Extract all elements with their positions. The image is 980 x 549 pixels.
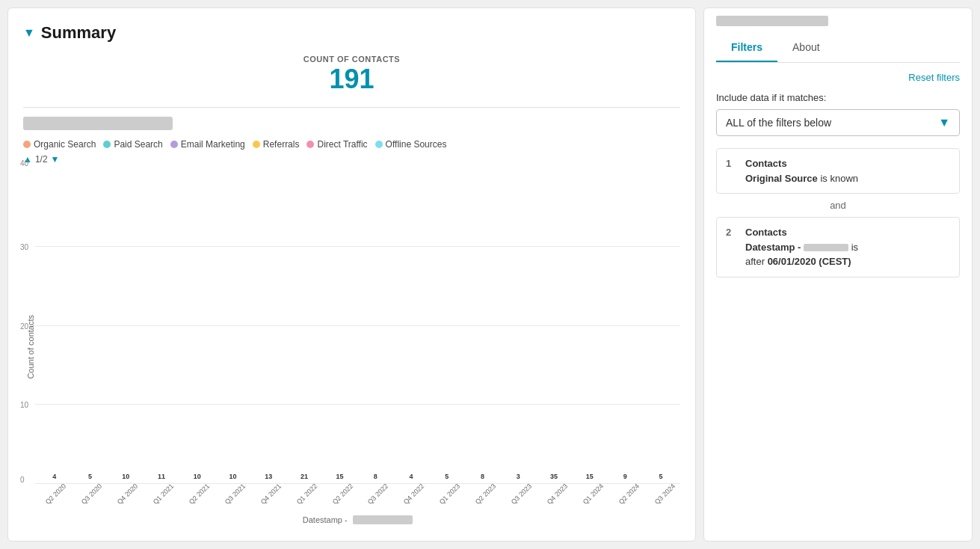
dropdown-arrow-icon: ▼ [938,116,950,129]
filter-type-value: ALL of the filters below [726,117,831,129]
page-container: ▼ Summary COUNT OF CONTACTS 191 Organic … [0,0,980,549]
next-page-icon[interactable]: ▼ [51,154,60,165]
blurred-chart-title [23,117,173,130]
legend-label: Offline Sources [386,139,447,150]
collapse-icon[interactable]: ▼ [23,26,35,40]
bar-total-label: 8 [481,473,484,480]
bar-total-label: 11 [158,473,165,480]
x-axis-title-text: Datestamp - [303,515,350,524]
bars-container: 451011101013211584583351595 [35,168,680,484]
bar-total-label: 15 [586,473,594,480]
legend-dot [103,141,111,148]
filter-row-1: 1 Contacts Original Source is known [716,148,960,194]
right-panel: Filters About Reset filters Include data… [703,7,973,542]
legend-label: Email Marketing [181,139,245,150]
x-axis-title-area: Datestamp - [35,512,680,526]
filter-2-detail: Datestamp - is after 06/01/2020 (CEST) [745,242,858,268]
divider [23,107,680,108]
chart-legend: Organic SearchPaid SearchEmail Marketing… [23,139,680,150]
count-value: 191 [23,64,680,95]
grid-label-30: 30 [20,242,28,251]
grid-label-40: 40 [20,159,28,168]
bar-total-label: 10 [229,473,236,480]
bars-area: 40 30 20 10 0 45101110101321158458335159… [35,168,680,484]
chart-container: Count of contacts 40 30 20 10 [23,168,680,526]
match-label: Include data if it matches: [716,92,960,103]
page-indicator: 1/2 [35,154,48,165]
count-label: COUNT OF CONTACTS [23,55,680,64]
filter-1-detail: Original Source is known [745,173,858,184]
filter-text-2: Contacts Datestamp - is after 06/01/2020… [745,225,858,269]
legend-dot [375,141,383,148]
right-panel-top: Filters About [704,8,972,63]
legend-dot [306,141,314,148]
reset-filters-link[interactable]: Reset filters [716,72,960,83]
tab-filters[interactable]: Filters [716,34,777,62]
bar-total-label: 10 [122,473,129,480]
grid-label-20: 20 [20,322,28,330]
bar-total-label: 10 [194,473,201,480]
grid-label-10: 10 [20,401,28,409]
legend-item-organic-search: Organic Search [23,139,96,150]
summary-title: Summary [41,23,116,43]
legend-item-offline-sources: Offline Sources [375,139,447,150]
summary-header: ▼ Summary [23,23,680,43]
filter-2-contacts: Contacts [745,227,787,238]
grid-label-0: 0 [20,476,25,484]
x-axis-blurred [353,515,413,524]
tab-about[interactable]: About [777,34,835,62]
bar-total-label: 9 [623,473,627,480]
bar-total-label: 21 [301,473,308,480]
legend-label: Paid Search [114,139,162,150]
main-panel: ▼ Summary COUNT OF CONTACTS 191 Organic … [7,7,696,542]
legend-item-referrals: Referrals [253,139,300,150]
tabs: Filters About [716,34,960,63]
bar-total-label: 13 [265,473,272,480]
right-panel-content: Reset filters Include data if it matches… [704,63,972,541]
blurred-datestamp [804,244,848,251]
legend-dot [23,141,31,148]
bar-total-label: 8 [374,473,377,480]
filter-num-2: 2 [726,225,736,238]
filter-text-1: Contacts Original Source is known [745,156,858,185]
legend-item-direct-traffic: Direct Traffic [306,139,367,150]
legend-dot [170,141,178,148]
bar-total-label: 5 [88,473,92,480]
bar-total-label: 4 [410,473,413,480]
filter-type-dropdown[interactable]: ALL of the filters below ▼ [716,109,960,136]
filter-row-2: 2 Contacts Datestamp - is after 06/01/20… [716,217,960,277]
blurred-header [716,16,828,26]
bar-total-label: 3 [517,473,520,480]
bar-total-label: 5 [659,473,663,480]
legend-item-email-marketing: Email Marketing [170,139,245,150]
legend-label: Organic Search [34,139,96,150]
x-axis-labels: Q2 2020Q3 2020Q4 2020Q1 2021Q2 2021Q3 20… [35,488,680,499]
legend-dot [253,141,260,148]
filter-num-1: 1 [726,156,736,169]
and-label: and [716,200,960,211]
filter-1-contacts: Contacts [745,158,787,169]
legend-label: Referrals [263,139,300,150]
pagination: ▲ 1/2 ▼ [23,154,680,165]
bar-total-label: 4 [52,473,56,480]
bar-total-label: 15 [336,473,344,480]
bar-total-label: 5 [445,473,449,480]
bar-total-label: 35 [550,473,558,480]
legend-item-paid-search: Paid Search [103,139,162,150]
count-section: COUNT OF CONTACTS 191 [23,55,680,95]
legend-label: Direct Traffic [317,139,367,150]
